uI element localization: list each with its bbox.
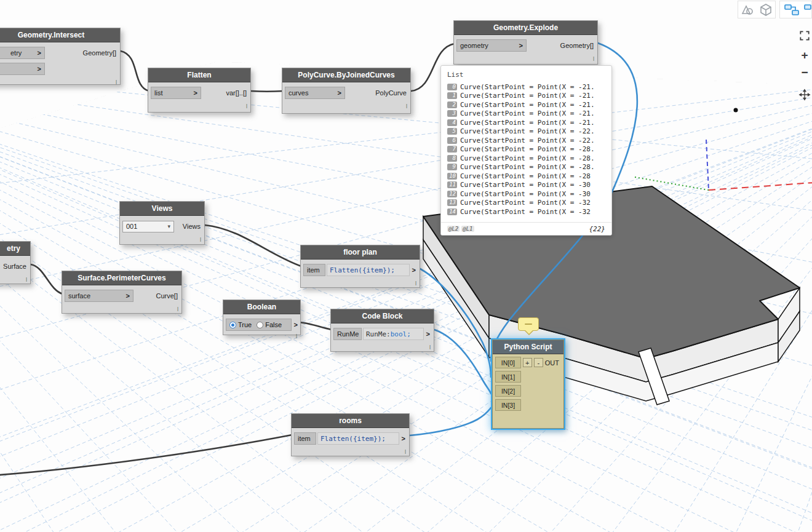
- lacing-indicator[interactable]: |: [292, 447, 409, 455]
- input-port-in0[interactable]: IN[0]: [495, 357, 521, 368]
- lacing-indicator[interactable]: |: [62, 304, 181, 312]
- input-port-item[interactable]: item: [303, 264, 325, 276]
- output-port-curve[interactable]: Curve[]: [156, 292, 181, 300]
- node-title[interactable]: Geometry.Intersect: [0, 28, 120, 42]
- node-floor-plan[interactable]: floor plan item Flatten({item}); > |: [300, 245, 420, 288]
- node-title[interactable]: Boolean: [223, 300, 300, 314]
- cube-icon[interactable]: [758, 2, 773, 17]
- node-python-script[interactable]: Python Script IN[0] + - OUT IN[1] IN[2] …: [492, 339, 564, 429]
- output-port[interactable]: >: [424, 330, 431, 338]
- level-badge[interactable]: @L2: [447, 226, 460, 232]
- geometry-preview-icon[interactable]: [740, 2, 755, 17]
- graph-view-icon[interactable]: [784, 2, 800, 17]
- wire-codeblock-python[interactable]: [434, 330, 491, 394]
- radio-unselected-icon: [257, 322, 263, 328]
- input-port-list[interactable]: list >: [151, 87, 201, 99]
- lacing-indicator[interactable]: |: [454, 54, 597, 62]
- port-chevron-icon: >: [515, 42, 523, 49]
- wire-intersect-flatten[interactable]: [121, 51, 149, 91]
- node-title[interactable]: etry: [0, 242, 30, 256]
- view-switch-group: [779, 1, 812, 18]
- pan-icon[interactable]: [797, 87, 812, 102]
- output-port[interactable]: >: [410, 266, 417, 274]
- wire-rooms-python[interactable]: [410, 408, 491, 435]
- lacing-indicator[interactable]: |: [301, 279, 420, 286]
- list-item: 9Curve(StartPoint = Point(X = -28.: [447, 163, 605, 172]
- input-port-geometry[interactable]: geometry >: [456, 39, 527, 52]
- code-input[interactable]: Flatten({item});: [327, 264, 410, 276]
- wire-views-floorplan[interactable]: [205, 225, 301, 266]
- output-port[interactable]: >: [292, 321, 298, 328]
- node-geometry-intersect[interactable]: Geometry.Intersect etry > Geometry[] > |: [0, 28, 121, 85]
- list-item: 1Curve(StartPoint = Point(X = -21.: [447, 92, 605, 101]
- node-title[interactable]: Flatten: [148, 68, 250, 82]
- output-port-surface[interactable]: Surface: [3, 263, 30, 270]
- input-port-geometry[interactable]: etry >: [0, 47, 45, 59]
- code-input[interactable]: Flatten({item});: [317, 432, 399, 445]
- output-port-geometry[interactable]: Geometry[]: [83, 49, 120, 57]
- list-item: 6Curve(StartPoint = Point(X = -22.: [447, 136, 605, 145]
- preview-footer: @L2 @L1 {22}: [441, 222, 611, 235]
- node-title[interactable]: Python Script: [493, 340, 563, 354]
- node-boolean[interactable]: Boolean True False > |: [223, 300, 301, 335]
- lacing-indicator[interactable]: |: [223, 333, 300, 337]
- node-geometry-stub[interactable]: etry Surface |: [0, 241, 31, 284]
- views-dropdown[interactable]: 001 ▾: [122, 221, 174, 232]
- output-port-views[interactable]: Views: [183, 223, 204, 230]
- output-port[interactable]: >: [399, 435, 407, 442]
- preview-bubble[interactable]: List 0Curve(StartPoint = Point(X = -21. …: [440, 65, 612, 236]
- lacing-indicator[interactable]: |: [0, 77, 120, 85]
- node-polycurve-byjoinedcurves[interactable]: PolyCurve.ByJoinedCurves curves > PolyCu…: [282, 68, 411, 114]
- node-title[interactable]: Code Block: [331, 309, 434, 324]
- remove-input-button[interactable]: -: [534, 358, 543, 367]
- lacing-indicator[interactable]: |: [120, 235, 204, 242]
- input-port-curves[interactable]: curves >: [285, 87, 345, 99]
- node-warning-bubble[interactable]: [518, 317, 539, 331]
- lacing-indicator[interactable]: |: [148, 101, 250, 109]
- wire-boolean-codeblock[interactable]: [300, 322, 332, 330]
- list-item: 7Curve(StartPoint = Point(X = -28.: [447, 145, 605, 154]
- node-geometry-explode[interactable]: Geometry.Explode geometry > Geometry[] |: [453, 20, 598, 65]
- level-badge[interactable]: @L1: [461, 226, 474, 232]
- input-port-surface[interactable]: surface >: [65, 290, 133, 302]
- lacing-indicator[interactable]: |: [0, 275, 30, 282]
- node-title[interactable]: floor plan: [301, 245, 420, 260]
- node-surface-perimetercurves[interactable]: Surface.PerimeterCurves surface > Curve[…: [62, 271, 182, 314]
- node-views[interactable]: Views 001 ▾ Views |: [119, 201, 205, 245]
- node-title[interactable]: Views: [120, 202, 204, 216]
- node-title[interactable]: PolyCurve.ByJoinedCurves: [282, 68, 410, 82]
- node-title[interactable]: Surface.PerimeterCurves: [62, 271, 181, 285]
- lacing-indicator[interactable]: |: [282, 101, 410, 109]
- radio-false[interactable]: False: [257, 321, 282, 328]
- output-port-geometry[interactable]: Geometry[]: [560, 42, 597, 49]
- input-port-in2[interactable]: IN[2]: [495, 385, 521, 397]
- port-chevron-icon: >: [122, 292, 130, 300]
- output-port-polycurve[interactable]: PolyCurve: [375, 89, 410, 97]
- lacing-indicator[interactable]: |: [331, 343, 434, 350]
- radio-true[interactable]: True: [229, 321, 252, 328]
- input-port-item[interactable]: item: [294, 432, 316, 445]
- node-title[interactable]: rooms: [292, 414, 409, 428]
- wire-stub-perimeter[interactable]: [31, 264, 63, 294]
- list-item: 2Curve(StartPoint = Point(X = -21.: [447, 100, 605, 109]
- node-title[interactable]: Geometry.Explode: [454, 21, 597, 35]
- node-rooms[interactable]: rooms item Flatten({item}); > |: [291, 413, 410, 456]
- wire-flatten-polycurve[interactable]: [251, 91, 283, 92]
- fit-view-icon[interactable]: [797, 28, 812, 43]
- collapsed-message-icon: [525, 324, 532, 325]
- code-input[interactable]: RunMe:bool;: [363, 328, 424, 340]
- input-port-runme[interactable]: RunMe: [333, 328, 362, 340]
- input-port-2[interactable]: >: [0, 63, 45, 75]
- add-input-button[interactable]: +: [523, 358, 532, 367]
- input-port-in1[interactable]: IN[1]: [495, 371, 521, 383]
- node-code-block[interactable]: Code Block RunMe RunMe:bool; > |: [330, 309, 434, 352]
- wire-offscreen-rooms[interactable]: [0, 435, 292, 475]
- node-flatten[interactable]: Flatten list > var[]..[] |: [148, 68, 251, 113]
- graph-view-icon-2[interactable]: [803, 2, 812, 17]
- zoom-in-button[interactable]: +: [797, 48, 812, 63]
- port-chevron-icon: >: [190, 89, 197, 97]
- input-port-in3[interactable]: IN[3]: [495, 399, 521, 411]
- output-port-var[interactable]: var[]..[]: [226, 89, 250, 97]
- output-port-out[interactable]: OUT: [545, 359, 561, 367]
- zoom-out-button[interactable]: −: [797, 65, 812, 80]
